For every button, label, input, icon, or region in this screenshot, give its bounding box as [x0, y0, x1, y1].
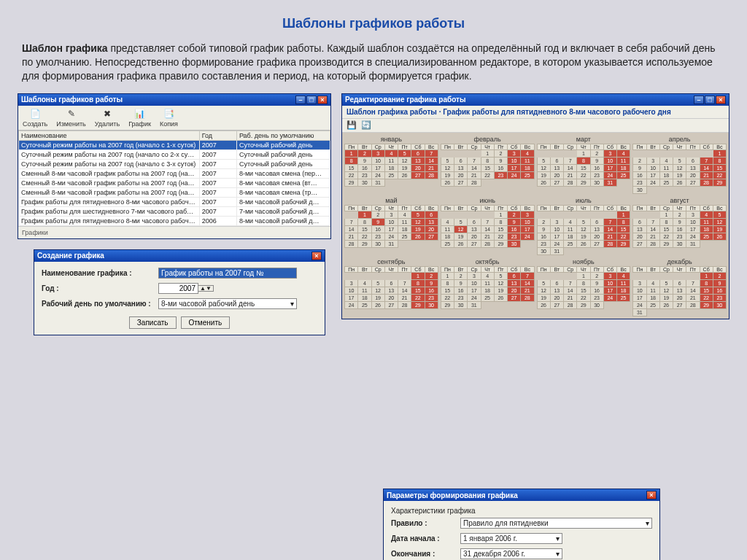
day-cell[interactable]: 13 [550, 287, 563, 294]
day-cell[interactable]: 24 [633, 301, 646, 308]
day-cell[interactable]: 24 [384, 233, 398, 240]
day-cell[interactable]: 8 [713, 157, 726, 164]
day-cell[interactable]: 2 [494, 149, 507, 157]
day-cell[interactable]: 8 [494, 218, 507, 225]
day-cell[interactable]: 1 [713, 149, 726, 157]
day-cell[interactable]: 2 [508, 211, 521, 218]
day-cell[interactable]: 16 [633, 171, 646, 179]
day-cell[interactable]: 5 [713, 211, 726, 218]
day-cell[interactable]: 8 [577, 157, 590, 164]
day-cell[interactable]: 21 [603, 233, 616, 240]
day-cell[interactable]: 22 [345, 171, 358, 179]
day-cell[interactable]: 18 [398, 225, 411, 233]
edit-button[interactable]: ✎Изменить [55, 107, 88, 128]
day-cell[interactable]: 28 [425, 171, 438, 179]
day-cell[interactable]: 28 [686, 301, 700, 308]
day-cell[interactable]: 11 [398, 218, 411, 225]
day-cell[interactable]: 27 [508, 294, 521, 301]
day-cell[interactable]: 3 [371, 149, 384, 157]
close-icon[interactable]: × [716, 96, 726, 104]
day-cell[interactable]: 3 [603, 149, 616, 157]
day-cell[interactable]: 19 [454, 233, 468, 240]
day-cell[interactable]: 13 [550, 164, 563, 171]
day-cell[interactable]: 27 [550, 301, 563, 308]
day-cell[interactable]: 28 [481, 240, 494, 247]
day-cell[interactable]: 1 [659, 211, 673, 218]
day-cell[interactable]: 7 [564, 279, 577, 287]
day-cell[interactable]: 22 [617, 233, 630, 240]
day-cell[interactable]: 28 [398, 301, 411, 308]
day-cell[interactable]: 14 [481, 225, 494, 233]
day-cell[interactable]: 15 [659, 225, 673, 233]
day-cell[interactable]: 4 [384, 149, 398, 157]
day-cell[interactable]: 25 [441, 240, 454, 247]
day-cell[interactable]: 14 [564, 164, 577, 171]
day-cell[interactable]: 6 [633, 218, 646, 225]
day-cell[interactable]: 31 [371, 179, 384, 186]
day-cell[interactable]: 9 [454, 279, 468, 287]
day-cell[interactable]: 13 [468, 225, 481, 233]
day-cell[interactable]: 7 [700, 157, 713, 164]
day-cell[interactable]: 28 [603, 240, 616, 247]
day-cell[interactable]: 2 [590, 272, 603, 279]
day-cell[interactable]: 19 [537, 171, 550, 179]
day-cell[interactable]: 31 [633, 308, 646, 316]
day-cell[interactable]: 2 [537, 218, 550, 225]
day-cell[interactable]: 8 [358, 218, 371, 225]
day-cell[interactable]: 21 [646, 233, 659, 240]
day-cell[interactable]: 24 [371, 171, 384, 179]
day-cell[interactable]: 17 [603, 287, 616, 294]
day-cell[interactable]: 19 [398, 164, 411, 171]
minimize-icon[interactable]: – [694, 96, 704, 104]
day-cell[interactable]: 5 [673, 157, 686, 164]
editor-titlebar[interactable]: Редактирование графика работы – □ × [342, 94, 729, 106]
day-cell[interactable]: 31 [686, 240, 700, 247]
day-cell[interactable]: 23 [537, 240, 550, 247]
day-cell[interactable]: 18 [617, 164, 630, 171]
day-cell[interactable]: 29 [494, 240, 507, 247]
day-cell[interactable]: 29 [577, 179, 590, 186]
day-cell[interactable]: 21 [398, 294, 411, 301]
day-cell[interactable]: 2 [425, 272, 438, 279]
day-cell[interactable]: 1 [494, 211, 507, 218]
delete-button[interactable]: ✖Удалить [93, 107, 121, 128]
day-cell[interactable]: 4 [646, 279, 659, 287]
day-cell[interactable]: 4 [481, 272, 494, 279]
day-cell[interactable]: 24 [345, 301, 358, 308]
day-cell[interactable]: 19 [577, 233, 590, 240]
day-cell[interactable]: 25 [358, 301, 371, 308]
day-cell[interactable]: 8 [577, 279, 590, 287]
day-cell[interactable]: 30 [508, 240, 521, 247]
day-cell[interactable]: 9 [371, 218, 384, 225]
day-cell[interactable]: 10 [508, 157, 521, 164]
day-cell[interactable]: 20 [550, 171, 563, 179]
day-cell[interactable]: 16 [494, 164, 507, 171]
day-cell[interactable]: 7 [564, 157, 577, 164]
day-cell[interactable]: 28 [564, 179, 577, 186]
select-defday[interactable]: 8-ми часовой рабочий день ▾ [158, 298, 297, 309]
day-cell[interactable]: 27 [411, 171, 425, 179]
day-cell[interactable]: 3 [345, 279, 358, 287]
day-cell[interactable]: 8 [617, 218, 630, 225]
day-cell[interactable]: 12 [577, 225, 590, 233]
day-cell[interactable]: 26 [713, 233, 726, 240]
day-cell[interactable]: 30 [713, 301, 726, 308]
day-cell[interactable]: 8 [659, 218, 673, 225]
day-cell[interactable]: 12 [494, 279, 507, 287]
day-cell[interactable]: 9 [494, 157, 507, 164]
day-cell[interactable]: 20 [425, 225, 438, 233]
day-cell[interactable]: 10 [633, 287, 646, 294]
day-cell[interactable]: 15 [617, 225, 630, 233]
day-cell[interactable]: 6 [454, 157, 468, 164]
day-cell[interactable]: 21 [425, 164, 438, 171]
day-cell[interactable]: 16 [590, 287, 603, 294]
day-cell[interactable]: 30 [425, 301, 438, 308]
day-cell[interactable]: 5 [454, 218, 468, 225]
day-cell[interactable]: 30 [590, 301, 603, 308]
day-cell[interactable]: 4 [564, 218, 577, 225]
table-row[interactable]: Сменный 8-ми часовой график работы на 20… [19, 178, 330, 187]
day-cell[interactable]: 2 [713, 272, 726, 279]
day-cell[interactable]: 23 [673, 233, 686, 240]
day-cell[interactable]: 13 [686, 164, 700, 171]
day-cell[interactable]: 15 [713, 164, 726, 171]
